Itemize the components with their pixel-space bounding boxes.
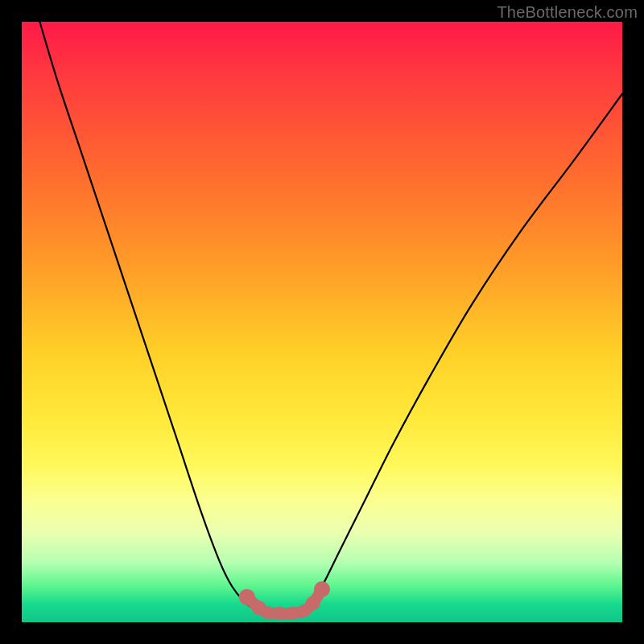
watermark-text: TheBottleneck.com: [497, 3, 638, 22]
trough-marker: [306, 596, 320, 610]
plot-area: [22, 22, 622, 622]
trough-marker: [314, 581, 330, 597]
trough-marker: [239, 589, 255, 605]
trough-marker: [274, 607, 287, 620]
curve-svg: [22, 22, 622, 622]
trough-marker: [286, 607, 299, 620]
trough-marker-group: [239, 581, 330, 620]
bottleneck-curve: [39, 22, 622, 613]
trough-marker: [262, 606, 275, 619]
chart-frame: TheBottleneck.com: [0, 0, 644, 644]
